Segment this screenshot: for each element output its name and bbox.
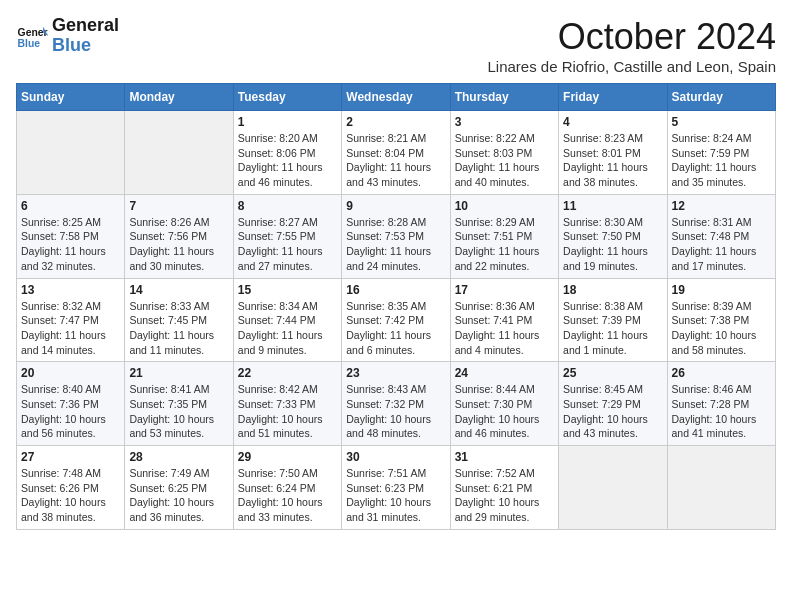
day-info: Sunrise: 7:48 AMSunset: 6:26 PMDaylight:… <box>21 466 120 525</box>
day-of-week-header: Wednesday <box>342 84 450 111</box>
day-number: 26 <box>672 366 771 380</box>
calendar-day-cell: 12 Sunrise: 8:31 AMSunset: 7:48 PMDaylig… <box>667 194 775 278</box>
calendar-day-cell: 31 Sunrise: 7:52 AMSunset: 6:21 PMDaylig… <box>450 446 558 530</box>
calendar-day-cell: 16 Sunrise: 8:35 AMSunset: 7:42 PMDaylig… <box>342 278 450 362</box>
logo-icon: General Blue <box>16 20 48 52</box>
calendar-day-cell: 14 Sunrise: 8:33 AMSunset: 7:45 PMDaylig… <box>125 278 233 362</box>
day-number: 29 <box>238 450 337 464</box>
calendar-day-cell: 8 Sunrise: 8:27 AMSunset: 7:55 PMDayligh… <box>233 194 341 278</box>
day-number: 11 <box>563 199 662 213</box>
day-info: Sunrise: 8:41 AMSunset: 7:35 PMDaylight:… <box>129 382 228 441</box>
calendar-day-cell: 1 Sunrise: 8:20 AMSunset: 8:06 PMDayligh… <box>233 111 341 195</box>
day-number: 21 <box>129 366 228 380</box>
day-number: 20 <box>21 366 120 380</box>
day-number: 18 <box>563 283 662 297</box>
calendar-day-cell: 22 Sunrise: 8:42 AMSunset: 7:33 PMDaylig… <box>233 362 341 446</box>
day-info: Sunrise: 8:40 AMSunset: 7:36 PMDaylight:… <box>21 382 120 441</box>
day-info: Sunrise: 8:38 AMSunset: 7:39 PMDaylight:… <box>563 299 662 358</box>
day-info: Sunrise: 8:36 AMSunset: 7:41 PMDaylight:… <box>455 299 554 358</box>
calendar-day-cell: 30 Sunrise: 7:51 AMSunset: 6:23 PMDaylig… <box>342 446 450 530</box>
day-number: 27 <box>21 450 120 464</box>
day-number: 25 <box>563 366 662 380</box>
calendar-day-cell: 23 Sunrise: 8:43 AMSunset: 7:32 PMDaylig… <box>342 362 450 446</box>
svg-text:Blue: Blue <box>18 38 41 49</box>
calendar-day-cell: 3 Sunrise: 8:22 AMSunset: 8:03 PMDayligh… <box>450 111 558 195</box>
day-number: 23 <box>346 366 445 380</box>
calendar-table: SundayMondayTuesdayWednesdayThursdayFrid… <box>16 83 776 530</box>
calendar-day-cell: 20 Sunrise: 8:40 AMSunset: 7:36 PMDaylig… <box>17 362 125 446</box>
calendar-day-cell <box>559 446 667 530</box>
day-number: 16 <box>346 283 445 297</box>
day-of-week-header: Sunday <box>17 84 125 111</box>
location-title: Linares de Riofrio, Castille and Leon, S… <box>487 58 776 75</box>
calendar-day-cell: 19 Sunrise: 8:39 AMSunset: 7:38 PMDaylig… <box>667 278 775 362</box>
day-info: Sunrise: 7:49 AMSunset: 6:25 PMDaylight:… <box>129 466 228 525</box>
calendar-week-row: 13 Sunrise: 8:32 AMSunset: 7:47 PMDaylig… <box>17 278 776 362</box>
calendar-day-cell <box>125 111 233 195</box>
day-number: 28 <box>129 450 228 464</box>
day-number: 19 <box>672 283 771 297</box>
day-info: Sunrise: 8:28 AMSunset: 7:53 PMDaylight:… <box>346 215 445 274</box>
day-number: 14 <box>129 283 228 297</box>
calendar-week-row: 1 Sunrise: 8:20 AMSunset: 8:06 PMDayligh… <box>17 111 776 195</box>
day-number: 17 <box>455 283 554 297</box>
day-info: Sunrise: 8:31 AMSunset: 7:48 PMDaylight:… <box>672 215 771 274</box>
day-number: 22 <box>238 366 337 380</box>
calendar-day-cell: 15 Sunrise: 8:34 AMSunset: 7:44 PMDaylig… <box>233 278 341 362</box>
day-number: 13 <box>21 283 120 297</box>
day-info: Sunrise: 8:26 AMSunset: 7:56 PMDaylight:… <box>129 215 228 274</box>
day-number: 31 <box>455 450 554 464</box>
day-of-week-header: Tuesday <box>233 84 341 111</box>
day-info: Sunrise: 7:51 AMSunset: 6:23 PMDaylight:… <box>346 466 445 525</box>
calendar-day-cell: 21 Sunrise: 8:41 AMSunset: 7:35 PMDaylig… <box>125 362 233 446</box>
day-info: Sunrise: 8:23 AMSunset: 8:01 PMDaylight:… <box>563 131 662 190</box>
title-area: October 2024 Linares de Riofrio, Castill… <box>487 16 776 75</box>
day-info: Sunrise: 8:22 AMSunset: 8:03 PMDaylight:… <box>455 131 554 190</box>
calendar-day-cell: 17 Sunrise: 8:36 AMSunset: 7:41 PMDaylig… <box>450 278 558 362</box>
month-title: October 2024 <box>487 16 776 58</box>
calendar-day-cell: 5 Sunrise: 8:24 AMSunset: 7:59 PMDayligh… <box>667 111 775 195</box>
day-number: 1 <box>238 115 337 129</box>
day-info: Sunrise: 8:46 AMSunset: 7:28 PMDaylight:… <box>672 382 771 441</box>
calendar-day-cell: 26 Sunrise: 8:46 AMSunset: 7:28 PMDaylig… <box>667 362 775 446</box>
day-info: Sunrise: 8:33 AMSunset: 7:45 PMDaylight:… <box>129 299 228 358</box>
day-info: Sunrise: 8:24 AMSunset: 7:59 PMDaylight:… <box>672 131 771 190</box>
day-number: 3 <box>455 115 554 129</box>
calendar-day-cell: 27 Sunrise: 7:48 AMSunset: 6:26 PMDaylig… <box>17 446 125 530</box>
day-info: Sunrise: 8:20 AMSunset: 8:06 PMDaylight:… <box>238 131 337 190</box>
logo-text: General Blue <box>52 16 119 56</box>
calendar-day-cell <box>17 111 125 195</box>
day-number: 7 <box>129 199 228 213</box>
day-info: Sunrise: 7:50 AMSunset: 6:24 PMDaylight:… <box>238 466 337 525</box>
calendar-day-cell: 9 Sunrise: 8:28 AMSunset: 7:53 PMDayligh… <box>342 194 450 278</box>
day-number: 9 <box>346 199 445 213</box>
day-number: 24 <box>455 366 554 380</box>
calendar-week-row: 27 Sunrise: 7:48 AMSunset: 6:26 PMDaylig… <box>17 446 776 530</box>
day-number: 2 <box>346 115 445 129</box>
day-number: 4 <box>563 115 662 129</box>
calendar-day-cell: 29 Sunrise: 7:50 AMSunset: 6:24 PMDaylig… <box>233 446 341 530</box>
calendar-day-cell: 13 Sunrise: 8:32 AMSunset: 7:47 PMDaylig… <box>17 278 125 362</box>
day-info: Sunrise: 8:44 AMSunset: 7:30 PMDaylight:… <box>455 382 554 441</box>
day-info: Sunrise: 8:43 AMSunset: 7:32 PMDaylight:… <box>346 382 445 441</box>
logo: General Blue General Blue <box>16 16 119 56</box>
day-number: 30 <box>346 450 445 464</box>
day-number: 8 <box>238 199 337 213</box>
day-info: Sunrise: 8:39 AMSunset: 7:38 PMDaylight:… <box>672 299 771 358</box>
calendar-day-cell: 6 Sunrise: 8:25 AMSunset: 7:58 PMDayligh… <box>17 194 125 278</box>
calendar-day-cell: 18 Sunrise: 8:38 AMSunset: 7:39 PMDaylig… <box>559 278 667 362</box>
day-info: Sunrise: 8:29 AMSunset: 7:51 PMDaylight:… <box>455 215 554 274</box>
day-number: 6 <box>21 199 120 213</box>
calendar-week-row: 6 Sunrise: 8:25 AMSunset: 7:58 PMDayligh… <box>17 194 776 278</box>
day-info: Sunrise: 8:34 AMSunset: 7:44 PMDaylight:… <box>238 299 337 358</box>
calendar-day-cell: 10 Sunrise: 8:29 AMSunset: 7:51 PMDaylig… <box>450 194 558 278</box>
day-of-week-header: Friday <box>559 84 667 111</box>
calendar-day-cell: 28 Sunrise: 7:49 AMSunset: 6:25 PMDaylig… <box>125 446 233 530</box>
calendar-day-cell: 24 Sunrise: 8:44 AMSunset: 7:30 PMDaylig… <box>450 362 558 446</box>
day-of-week-header: Saturday <box>667 84 775 111</box>
calendar-day-cell: 7 Sunrise: 8:26 AMSunset: 7:56 PMDayligh… <box>125 194 233 278</box>
day-info: Sunrise: 8:42 AMSunset: 7:33 PMDaylight:… <box>238 382 337 441</box>
day-of-week-header: Thursday <box>450 84 558 111</box>
day-number: 15 <box>238 283 337 297</box>
day-info: Sunrise: 8:27 AMSunset: 7:55 PMDaylight:… <box>238 215 337 274</box>
